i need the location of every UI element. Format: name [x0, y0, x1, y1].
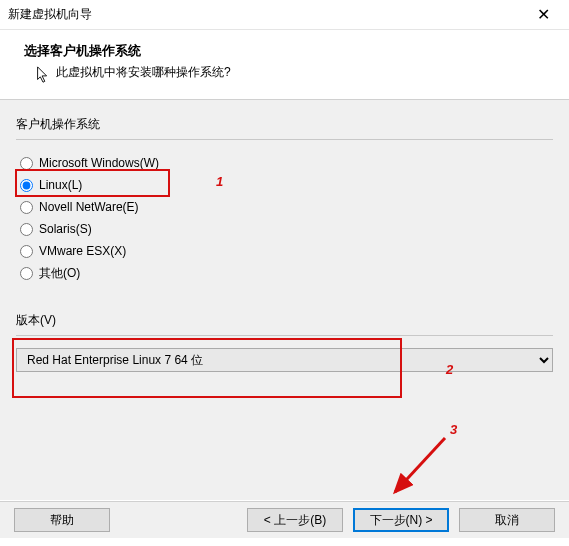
content-area: 客户机操作系统 1 Microsoft Windows(W) Linux(L) …: [0, 100, 569, 500]
cancel-button[interactable]: 取消: [459, 508, 555, 532]
footer-bar: 帮助 < 上一步(B) 下一步(N) > 取消: [0, 501, 569, 538]
radio-solaris[interactable]: Solaris(S): [20, 218, 553, 240]
radio-input-linux[interactable]: [20, 179, 33, 192]
back-button[interactable]: < 上一步(B): [247, 508, 343, 532]
version-select-wrap: 2 Red Hat Enterprise Linux 7 64 位: [16, 348, 553, 372]
radio-vmware-esx[interactable]: VMware ESX(X): [20, 240, 553, 262]
radio-label[interactable]: VMware ESX(X): [39, 244, 126, 258]
radio-input-solaris[interactable]: [20, 223, 33, 236]
help-button[interactable]: 帮助: [14, 508, 110, 532]
radio-windows[interactable]: Microsoft Windows(W): [20, 152, 553, 174]
window-title: 新建虚拟机向导: [8, 6, 92, 23]
page-heading: 选择客户机操作系统: [24, 42, 545, 60]
next-button[interactable]: 下一步(N) >: [353, 508, 449, 532]
radio-label[interactable]: Linux(L): [39, 178, 82, 192]
radio-netware[interactable]: Novell NetWare(E): [20, 196, 553, 218]
radio-label[interactable]: Microsoft Windows(W): [39, 156, 159, 170]
version-select[interactable]: Red Hat Enterprise Linux 7 64 位: [16, 348, 553, 372]
radio-label[interactable]: Solaris(S): [39, 222, 92, 236]
wizard-header: 选择客户机操作系统 此虚拟机中将安装哪种操作系统?: [0, 30, 569, 85]
page-subheading: 此虚拟机中将安装哪种操作系统?: [56, 64, 545, 81]
radio-linux[interactable]: Linux(L): [20, 174, 553, 196]
version-label: 版本(V): [16, 312, 553, 329]
close-icon: ✕: [537, 5, 550, 24]
radio-input-netware[interactable]: [20, 201, 33, 214]
os-radio-group: 1 Microsoft Windows(W) Linux(L) Novell N…: [16, 152, 553, 284]
radio-input-windows[interactable]: [20, 157, 33, 170]
version-area: 版本(V) 2 Red Hat Enterprise Linux 7 64 位: [16, 312, 553, 372]
radio-label[interactable]: 其他(O): [39, 265, 80, 282]
os-group-underline: [16, 139, 553, 140]
title-bar: 新建虚拟机向导 ✕: [0, 0, 569, 30]
radio-label[interactable]: Novell NetWare(E): [39, 200, 139, 214]
cursor-icon: [36, 66, 50, 84]
os-group-label: 客户机操作系统: [16, 116, 553, 133]
radio-input-vmware-esx[interactable]: [20, 245, 33, 258]
radio-input-other[interactable]: [20, 267, 33, 280]
radio-other[interactable]: 其他(O): [20, 262, 553, 284]
version-underline: [16, 335, 553, 336]
close-button[interactable]: ✕: [523, 2, 563, 28]
